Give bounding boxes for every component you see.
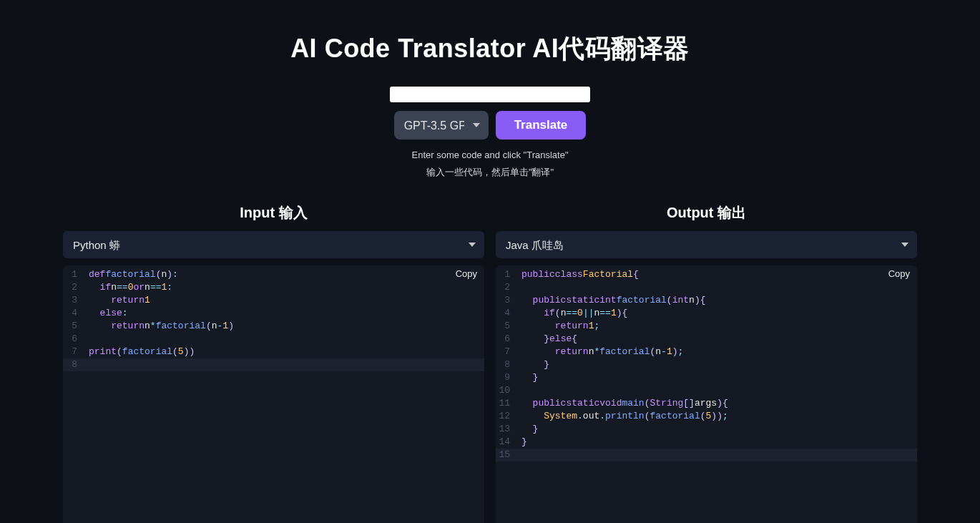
- line-number: 13: [496, 423, 516, 436]
- line-number: 7: [63, 346, 83, 358]
- code-line: 5 return1;: [496, 320, 917, 333]
- code-line: 13 }: [496, 423, 917, 436]
- code-line: 2: [496, 281, 917, 294]
- panels: Input 输入 Python 蟒 Copy 1deffactorial(n):…: [63, 203, 917, 523]
- line-number: 7: [496, 346, 516, 358]
- code-content: [516, 384, 917, 397]
- code-content: [83, 358, 484, 371]
- translate-button[interactable]: Translate: [496, 111, 587, 140]
- code-line: 9 }: [496, 371, 917, 384]
- output-lang-select[interactable]: Java 爪哇岛: [496, 231, 917, 258]
- line-number: 10: [496, 384, 516, 397]
- app-root: AI Code Translator AI代码翻译器 GPT-3.5 GPT T…: [0, 0, 980, 523]
- code-content: publicclassFactorial{: [516, 268, 917, 281]
- output-copy-button[interactable]: Copy: [888, 268, 910, 279]
- api-key-row: [390, 87, 590, 102]
- code-line: 12 System.out.println(factorial(5));: [496, 410, 917, 423]
- input-code-box: Copy 1deffactorial(n):2 ifn==0orn==1:3 r…: [63, 265, 484, 523]
- input-lang-wrap: Python 蟒: [63, 231, 484, 258]
- code-content: }else{: [516, 333, 917, 346]
- code-line: 8 }: [496, 358, 917, 371]
- code-line: 1deffactorial(n):: [63, 268, 484, 281]
- line-number: 6: [496, 333, 516, 346]
- code-line: 4 if(n==0||n==1){: [496, 307, 917, 320]
- code-line: 5 returnn*factorial(n-1): [63, 320, 484, 333]
- code-line: 8: [63, 358, 484, 371]
- code-content: publicstaticintfactorial(intn){: [516, 294, 917, 307]
- code-line: 4 else:: [63, 307, 484, 320]
- code-line: 6: [63, 333, 484, 346]
- code-content: }: [516, 358, 917, 371]
- code-line: 11 publicstaticvoidmain(String[]args){: [496, 397, 917, 410]
- code-content: deffactorial(n):: [83, 268, 484, 281]
- line-number: 11: [496, 397, 516, 410]
- input-lang-select[interactable]: Python 蟒: [63, 231, 484, 258]
- code-content: return1: [83, 294, 484, 307]
- line-number: 12: [496, 410, 516, 423]
- code-content: return1;: [516, 320, 917, 333]
- input-copy-button[interactable]: Copy: [456, 268, 477, 279]
- code-content: ifn==0orn==1:: [83, 281, 484, 294]
- code-line: 7print(factorial(5)): [63, 346, 484, 358]
- code-content: [516, 449, 917, 461]
- model-select[interactable]: GPT-3.5 GPT: [394, 111, 489, 140]
- output-panel: Output 输出 Java 爪哇岛 Copy 1publicclassFact…: [496, 203, 917, 523]
- controls-row: GPT-3.5 GPT Translate: [394, 111, 587, 140]
- code-line: 1publicclassFactorial{: [496, 268, 917, 281]
- code-line: 2 ifn==0orn==1:: [63, 281, 484, 294]
- output-code-box: Copy 1publicclassFactorial{23 publicstat…: [496, 265, 917, 523]
- code-content: print(factorial(5)): [83, 346, 484, 358]
- input-panel: Input 输入 Python 蟒 Copy 1deffactorial(n):…: [63, 203, 484, 523]
- line-number: 8: [63, 358, 83, 371]
- page-title: AI Code Translator AI代码翻译器: [290, 31, 690, 67]
- line-number: 5: [63, 320, 83, 333]
- line-number: 2: [63, 281, 83, 294]
- model-select-wrap: GPT-3.5 GPT: [394, 111, 489, 140]
- line-number: 3: [496, 294, 516, 307]
- line-number: 8: [496, 358, 516, 371]
- hint-zh: 输入一些代码，然后单击"翻译": [426, 166, 554, 179]
- line-number: 14: [496, 436, 516, 449]
- line-number: 2: [496, 281, 516, 294]
- line-number: 1: [63, 268, 83, 281]
- code-content: }: [516, 423, 917, 436]
- api-key-input[interactable]: [390, 87, 590, 102]
- line-number: 4: [63, 307, 83, 320]
- line-number: 6: [63, 333, 83, 346]
- line-number: 1: [496, 268, 516, 281]
- code-content: returnn*factorial(n-1): [83, 320, 484, 333]
- line-number: 5: [496, 320, 516, 333]
- line-number: 15: [496, 449, 516, 461]
- code-line: 3 publicstaticintfactorial(intn){: [496, 294, 917, 307]
- code-line: 6 }else{: [496, 333, 917, 346]
- code-line: 7 returnn*factorial(n-1);: [496, 346, 917, 358]
- output-code-area[interactable]: 1publicclassFactorial{23 publicstaticint…: [496, 265, 917, 461]
- code-content: }: [516, 371, 917, 384]
- code-line: 10: [496, 384, 917, 397]
- line-number: 9: [496, 371, 516, 384]
- line-number: 3: [63, 294, 83, 307]
- input-code-area[interactable]: 1deffactorial(n):2 ifn==0orn==1:3 return…: [63, 265, 484, 371]
- code-content: if(n==0||n==1){: [516, 307, 917, 320]
- output-lang-wrap: Java 爪哇岛: [496, 231, 917, 258]
- code-content: [516, 281, 917, 294]
- line-number: 4: [496, 307, 516, 320]
- code-content: else:: [83, 307, 484, 320]
- code-line: 3 return1: [63, 294, 484, 307]
- code-content: System.out.println(factorial(5));: [516, 410, 917, 423]
- code-content: returnn*factorial(n-1);: [516, 346, 917, 358]
- hint-en: Enter some code and click "Translate": [411, 150, 568, 160]
- code-line: 14}: [496, 436, 917, 449]
- code-content: publicstaticvoidmain(String[]args){: [516, 397, 917, 410]
- output-title: Output 输出: [496, 203, 917, 223]
- code-content: [83, 333, 484, 346]
- code-content: }: [516, 436, 917, 449]
- code-line: 15: [496, 449, 917, 461]
- input-title: Input 输入: [63, 203, 484, 223]
